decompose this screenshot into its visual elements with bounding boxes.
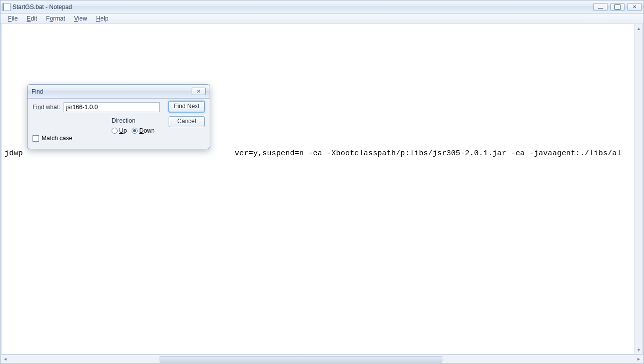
notepad-icon	[3, 3, 11, 11]
vertical-scrollbar[interactable]: ▲ ▼	[634, 24, 642, 354]
cancel-button[interactable]: Cancel	[169, 116, 205, 127]
find-dialog-titlebar[interactable]: Find ✕	[28, 85, 210, 99]
menu-edit[interactable]: Edit	[22, 14, 42, 23]
down-label: Down	[139, 127, 155, 134]
direction-up-option[interactable]: Up	[112, 127, 127, 134]
find-dialog-close-button[interactable]: ✕	[192, 88, 206, 95]
radio-icon	[132, 128, 138, 134]
find-what-input[interactable]	[64, 102, 160, 112]
direction-label: Direction	[112, 117, 163, 124]
find-dialog: Find ✕ Find what: Find Next Cancel Direc…	[27, 84, 210, 149]
scroll-left-icon[interactable]: ◄	[1, 355, 10, 363]
editor-content[interactable]: jdwpXXXXXXXXXXXXXXXXXXXXXXXXXXXXXXXXXXXX…	[2, 24, 634, 354]
window-title: StartGS.bat - Notepad	[13, 4, 72, 11]
find-what-label: Find what:	[33, 104, 64, 111]
hscroll-track[interactable]	[10, 355, 634, 363]
direction-down-option[interactable]: Down	[132, 127, 155, 134]
menu-file[interactable]: File	[4, 14, 22, 23]
checkbox-icon	[33, 135, 39, 142]
horizontal-scrollbar[interactable]: ◄ ►	[1, 354, 643, 363]
maximize-button[interactable]	[610, 3, 624, 11]
editor-text-line: jdwpXXXXXXXXXXXXXXXXXXXXXXXXXXXXXXXXXXXX…	[5, 149, 621, 158]
scroll-down-icon[interactable]: ▼	[634, 345, 643, 354]
match-case-option[interactable]: Match case	[33, 135, 72, 142]
match-case-label: Match case	[42, 135, 72, 142]
direction-group: Direction Up Down	[112, 117, 163, 142]
hscroll-thumb[interactable]	[160, 356, 442, 362]
find-next-button[interactable]: Find Next	[169, 101, 205, 112]
scroll-up-icon[interactable]: ▲	[634, 24, 643, 33]
menu-format[interactable]: Format	[42, 14, 70, 23]
scroll-right-icon[interactable]: ►	[634, 355, 643, 363]
menu-help[interactable]: Help	[92, 14, 113, 23]
close-button[interactable]	[627, 3, 641, 11]
minimize-button[interactable]	[593, 3, 607, 11]
titlebar[interactable]: StartGS.bat - Notepad	[1, 1, 643, 14]
notepad-window: StartGS.bat - Notepad File Edit Format V…	[0, 0, 644, 364]
find-dialog-title: Find	[32, 88, 192, 95]
editor-area: jdwpXXXXXXXXXXXXXXXXXXXXXXXXXXXXXXXXXXXX…	[1, 24, 643, 354]
radio-icon	[112, 128, 118, 134]
menu-bar: File Edit Format View Help	[1, 14, 643, 24]
up-label: Up	[119, 127, 127, 134]
menu-view[interactable]: View	[70, 14, 92, 23]
